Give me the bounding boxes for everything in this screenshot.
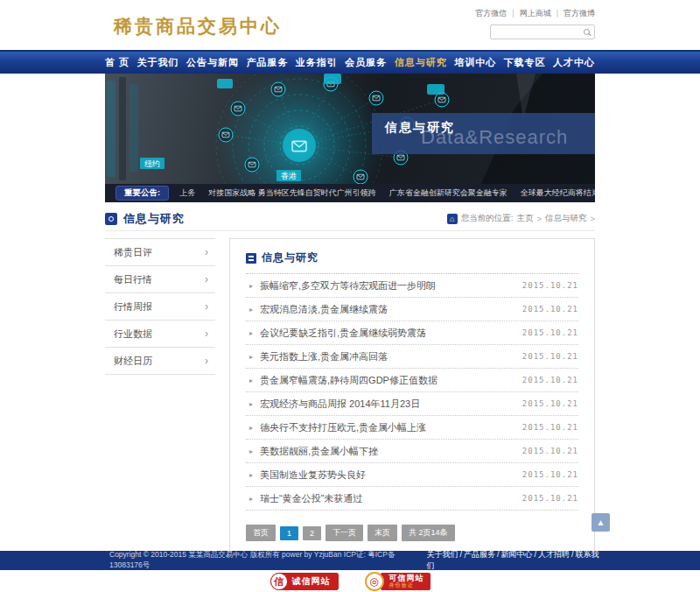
breadcrumb-current[interactable]: 信息与研究 [545, 213, 587, 224]
article-date: 2015.10.21 [522, 352, 578, 361]
article-link[interactable]: 振幅缩窄,多空双方等待宏观面进一步明朗 [260, 279, 522, 292]
link-wechat[interactable]: 官方微信 [475, 9, 507, 18]
footer-bar: Copyright © 2010-2015 某某商品交易中心 版权所有 powe… [0, 551, 700, 570]
main-nav: 首 页 关于我们 公告与新闻 产品服务 业务指引 会员服务 信息与研究 培训中心… [0, 50, 700, 74]
pagination-first[interactable]: 首页 [246, 525, 276, 541]
site-logo[interactable]: 稀贵商品交易中心 [114, 14, 282, 39]
article-date: 2015.10.21 [522, 399, 578, 408]
panel-title-icon [246, 253, 256, 264]
hero-title-overlay: Data&Research 信息与研究 [372, 113, 595, 154]
hero-banner: 纽约 香港 Data&Research 信息与研究 [105, 74, 595, 184]
article-row: ▸瑞士“黄金公投”未获通过2015.10.21 [246, 487, 578, 511]
article-link[interactable]: 美元指数上涨,贵金属冲高回落 [260, 350, 522, 363]
pagination-page-2[interactable]: 2 [303, 526, 321, 540]
chengxin-badge[interactable]: 信 诚信网站 [270, 573, 339, 590]
footer-link-jobs[interactable]: 人才招聘 [538, 550, 570, 559]
article-link[interactable]: 瑞士“黄金公投”未获通过 [260, 492, 522, 505]
search-input[interactable] [495, 28, 584, 37]
nav-item-careers[interactable]: 人才中心 [553, 56, 595, 69]
article-link[interactable]: 宏观经济与商品周报 2014年11月23日 [260, 398, 522, 411]
panel-title: 信息与研究 [262, 250, 318, 265]
sidebar-item-finance-calendar[interactable]: 财经日历› [105, 348, 215, 375]
kexin-seal-icon: ◎ [365, 572, 384, 591]
cert-badges: 信 诚信网站 ◎ 可信网站 身份验证 [0, 570, 700, 592]
announcement-label: 重要公告: [116, 186, 169, 201]
breadcrumb-home[interactable]: 主页 [516, 213, 533, 224]
nav-item-about[interactable]: 关于我们 [137, 56, 179, 69]
sidebar-item-daily-review[interactable]: 稀贵日评› [105, 239, 215, 266]
kexin-badge-sublabel: 身份验证 [389, 582, 424, 588]
page-title: 信息与研究 [123, 211, 185, 227]
article-row: ▸美数据靓丽,贵金属小幅下挫2015.10.21 [246, 440, 578, 463]
article-row: ▸德央行不支持打压欧元,贵金属小幅上涨2015.10.21 [246, 416, 578, 440]
footer-link-separator: / [571, 550, 574, 559]
pagination-page-1[interactable]: 1 [280, 526, 298, 540]
article-link[interactable]: 美数据靓丽,贵金属小幅下挫 [260, 445, 522, 458]
article-list: ▸振幅缩窄,多空双方等待宏观面进一步明朗2015.10.21 ▸宏观消息清淡,贵… [246, 274, 578, 511]
article-link[interactable]: 美国制造业复苏势头良好 [260, 469, 522, 482]
pagination-next[interactable]: 下一页 [326, 525, 363, 541]
footer-link-separator: / [535, 550, 537, 559]
kexin-badge[interactable]: ◎ 可信网站 身份验证 [365, 572, 430, 591]
article-row: ▸会议纪要缺乏指引,贵金属继续弱势震荡2015.10.21 [246, 321, 578, 345]
page-title-group: 信息与研究 [105, 211, 185, 227]
link-weibo[interactable]: 官方微博 [564, 9, 595, 18]
list-marker-icon: ▸ [249, 377, 253, 384]
footer-link-separator: / [497, 550, 500, 559]
announcement-bar: 重要公告: 上务 对接国家战略 勇当特区先锋自贸时代广州引领跨 广东省金融创新研… [105, 184, 595, 202]
nav-item-home[interactable]: 首 页 [105, 56, 130, 69]
top-header: 稀贵商品交易中心 官方微信|网上商城|官方微博 [0, 0, 700, 50]
announcement-item[interactable]: 上务 [179, 187, 195, 199]
article-date: 2015.10.21 [522, 281, 578, 290]
main-content: 稀贵日评› 每日行情› 行情周报› 行业数据› 财经日历› 信息与研究 ▸振幅缩… [105, 238, 595, 558]
announcement-item[interactable]: 全球最大经纪商将结束LME基本金属业务 [521, 187, 595, 199]
announcement-item[interactable]: 对接国家战略 勇当特区先锋自贸时代广州引领跨 [208, 187, 376, 199]
footer-link-products[interactable]: 产品服务 [464, 550, 495, 559]
footer-link-about[interactable]: 关于我们 [427, 550, 458, 559]
list-marker-icon: ▸ [249, 329, 253, 337]
article-date: 2015.10.21 [522, 328, 578, 337]
search-icon[interactable] [584, 29, 590, 35]
hero-title-cn: 信息与研究 [385, 120, 455, 136]
article-link[interactable]: 会议纪要缺乏指引,贵金属继续弱势震荡 [260, 327, 522, 340]
map-label-hongkong: 香港 [281, 172, 297, 180]
announcement-item[interactable]: 广东省金融创新研究会聚金融专家 [389, 187, 508, 199]
list-marker-icon: ▸ [249, 353, 253, 361]
chevron-right-icon: › [205, 293, 208, 320]
breadcrumb: ⌂ 您当前的位置: 主页 > 信息与研究 > [447, 213, 595, 224]
list-marker-icon: ▸ [249, 471, 253, 479]
nav-item-research[interactable]: 信息与研究 [395, 56, 447, 69]
sidebar-menu: 稀贵日评› 每日行情› 行情周报› 行业数据› 财经日历› [105, 238, 215, 375]
kexin-badge-labels: 可信网站 身份验证 [381, 573, 430, 590]
nav-item-download[interactable]: 下载专区 [504, 56, 546, 69]
home-icon: ⌂ [447, 214, 458, 224]
nav-item-guide[interactable]: 业务指引 [296, 56, 338, 69]
nav-item-member[interactable]: 会员服务 [345, 56, 387, 69]
footer-link-news[interactable]: 新闻中心 [501, 550, 533, 559]
link-separator: | [556, 9, 558, 18]
footer-link-separator: / [460, 550, 463, 559]
link-mall[interactable]: 网上商城 [520, 9, 551, 18]
sidebar-item-weekly-report[interactable]: 行情周报› [105, 293, 215, 321]
article-link[interactable]: 德央行不支持打压欧元,贵金属小幅上涨 [260, 421, 522, 434]
nav-item-training[interactable]: 培训中心 [454, 56, 496, 69]
back-to-top-button[interactable]: ▲ [592, 513, 610, 532]
article-row: ▸美元指数上涨,贵金属冲高回落2015.10.21 [246, 345, 578, 369]
article-date: 2015.10.21 [522, 470, 578, 479]
pagination-last[interactable]: 末页 [368, 525, 397, 541]
nav-item-products[interactable]: 产品服务 [246, 56, 288, 69]
article-link[interactable]: 贵金属窄幅震荡,静待周四GDP修正值数据 [260, 374, 522, 387]
chengxin-seal-icon: 信 [270, 573, 288, 590]
list-marker-icon: ▸ [249, 400, 253, 408]
article-link[interactable]: 宏观消息清淡,贵金属继续震荡 [260, 303, 522, 316]
chevron-right-icon: › [205, 266, 208, 292]
search-box [490, 25, 595, 39]
article-row: ▸美国制造业复苏势头良好2015.10.21 [246, 463, 578, 487]
footer-links: 关于我们/产品服务/新闻中心/人才招聘/联系我们 [427, 549, 602, 572]
article-date: 2015.10.21 [522, 305, 578, 314]
nav-item-news[interactable]: 公告与新闻 [186, 56, 239, 69]
sidebar-item-daily-quotes[interactable]: 每日行情› [105, 266, 215, 293]
sidebar-item-label: 行情周报 [114, 293, 152, 320]
sidebar-item-industry-data[interactable]: 行业数据› [105, 321, 215, 348]
list-marker-icon: ▸ [249, 424, 253, 432]
